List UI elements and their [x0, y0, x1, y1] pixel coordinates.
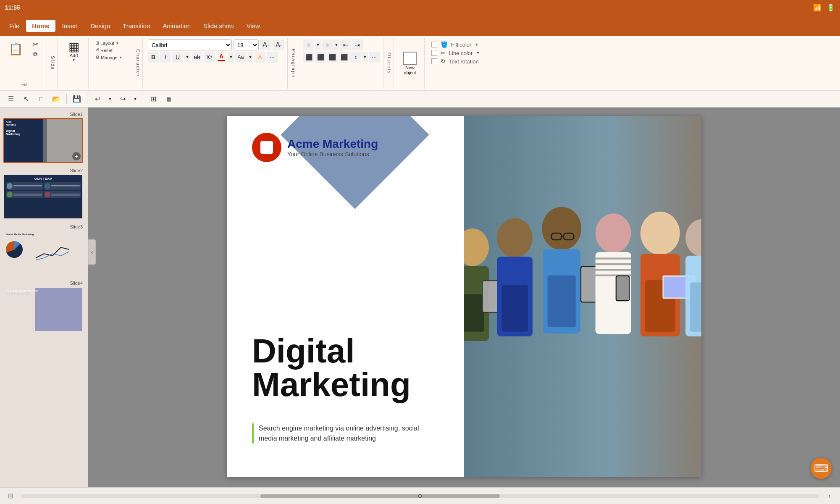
open-file-button[interactable]: 📂 [50, 93, 63, 105]
line-spacing-button[interactable]: ↕ [350, 52, 361, 63]
menu-home[interactable]: Home [26, 20, 55, 32]
save-button[interactable]: 💾 [70, 93, 84, 105]
character-section: Calibri 18 A+ A- B I U ▼ ab X2 A ▼ Aa ▼ … [144, 38, 288, 89]
paste-button[interactable]: 📋 [6, 42, 26, 57]
copy-button[interactable]: ⧉ [26, 50, 44, 59]
slide-4-title: INFLUENCER MARKETING [6, 289, 81, 292]
menu-design[interactable]: Design [84, 20, 116, 32]
underline-dropdown[interactable]: ▼ [184, 52, 190, 63]
time-display: 11:55 [5, 4, 20, 11]
reset-button[interactable]: ↺ Reset [93, 47, 115, 54]
font-color-button[interactable]: A [216, 52, 227, 63]
menu-transition[interactable]: Transition [117, 20, 156, 32]
pointer-button[interactable]: ↖ [19, 93, 33, 105]
character-label-text: Character [136, 49, 141, 77]
slide-item-3[interactable]: Slide3 Social Media Marketing [3, 224, 84, 276]
svg-rect-20 [596, 263, 631, 265]
slide-1-thumbnail[interactable]: AcmeMarketing DigitalMarketing + [3, 118, 83, 163]
line-color-dropdown[interactable]: ▼ [476, 51, 480, 55]
redo-button[interactable]: ↪ [116, 93, 129, 105]
paragraph-label-text: Paragraph [291, 49, 296, 78]
case-dropdown[interactable]: ▼ [247, 52, 253, 63]
case-button[interactable]: Aa [235, 52, 246, 63]
redo-dropdown[interactable]: ▼ [131, 93, 139, 105]
more-para-button[interactable]: ··· [369, 52, 380, 63]
align-left-button[interactable]: ⬛ [303, 52, 314, 63]
slide-logo: Acme Marketing Your Online Business Solu… [252, 133, 378, 162]
title-marketing: Marketing [252, 366, 411, 403]
slide-main-title[interactable]: Digital Marketing [252, 334, 411, 402]
slide-1-logo-text: AcmeMarketing [6, 121, 20, 126]
slide-description[interactable]: Search engine marketing via online adver… [252, 423, 420, 444]
team-name-4 [51, 194, 80, 194]
align-right-button[interactable]: ⬛ [327, 52, 338, 63]
menu-file[interactable]: File [3, 20, 25, 32]
menu-view[interactable]: View [241, 20, 266, 32]
paste-icon: 📋 [8, 43, 23, 55]
logo-inner-square [260, 141, 273, 154]
chat-fab-button[interactable]: ⌨ [811, 458, 832, 479]
svg-rect-3 [464, 294, 484, 331]
format-row: B I U ▼ ab X2 A ▼ Aa ▼ A ··· [148, 52, 284, 63]
prev-slide-button[interactable]: ‹ [823, 490, 836, 502]
slide-canvas[interactable]: Acme Marketing Your Online Business Solu… [227, 116, 701, 477]
cut-button[interactable]: ✂ [26, 39, 44, 49]
highlight-button[interactable]: A [255, 52, 265, 63]
slide-photo-area [464, 116, 701, 477]
increase-indent-button[interactable]: ⇥ [352, 39, 363, 50]
slide-indicator-button[interactable]: ○ [417, 491, 423, 501]
horizontal-scrollbar-thumb[interactable] [260, 494, 500, 498]
undo-dropdown[interactable]: ▼ [106, 93, 114, 105]
cut-copy-buttons: ✂ ⧉ [26, 39, 44, 59]
new-object-button[interactable]: New object [401, 49, 419, 78]
fill-color-dropdown[interactable]: ▼ [475, 42, 478, 47]
layout-button[interactable]: ⊞ Layout ▼ [93, 39, 122, 47]
view-toggle-button[interactable]: ⊞ [147, 93, 160, 105]
font-color-dropdown[interactable]: ▼ [228, 52, 234, 63]
align-center-button[interactable]: ⬛ [315, 52, 326, 63]
logo-circle [252, 133, 281, 162]
zoom-button[interactable]: ▦ [162, 93, 175, 105]
slide-3-thumbnail[interactable]: Social Media Marketing [3, 231, 83, 276]
bullet-list-button[interactable]: ≡ [303, 39, 314, 50]
quick-access-bar: ☰ ↖ □ 📂 💾 ↩ ▼ ↪ ▼ ⊞ ▦ [0, 91, 840, 108]
increase-font-button[interactable]: A+ [260, 39, 271, 50]
strikethrough-button[interactable]: ab [192, 52, 202, 63]
subscript-button[interactable]: X2 [204, 52, 215, 63]
paragraph-section: ≡ ▼ ≡ ▼ ⇤ ⇥ ⬛ ⬛ ⬛ ⬛ ↕ ▼ ··· [300, 38, 383, 89]
bold-button[interactable]: B [148, 52, 159, 63]
add-button[interactable]: ▦ Add ▼ [65, 39, 83, 64]
underline-button[interactable]: U [172, 52, 183, 63]
align-justify-button[interactable]: ⬛ [339, 52, 349, 63]
add-slide-1-button[interactable]: + [72, 152, 81, 160]
font-family-select[interactable]: Calibri [148, 39, 232, 50]
menu-animation[interactable]: Animation [157, 20, 197, 32]
slide-panel-toggle-button[interactable]: ⊟ [4, 490, 17, 502]
decrease-font-button[interactable]: A- [273, 39, 284, 50]
undo-button[interactable]: ↩ [91, 93, 104, 105]
font-color-a: A [219, 53, 223, 60]
slide-4-thumbnail[interactable]: INFLUENCER MARKETING Marketing through s… [3, 287, 83, 332]
slide-item-4[interactable]: Slide4 INFLUENCER MARKETING Marketing th… [3, 281, 84, 332]
numbered-dropdown[interactable]: ▼ [333, 39, 339, 50]
font-size-select[interactable]: 18 [234, 39, 259, 50]
slide-2-thumbnail[interactable]: OUR TEAM [3, 174, 83, 219]
italic-button[interactable]: I [160, 52, 171, 63]
slide-item-2[interactable]: Slide2 OUR TEAM [3, 168, 84, 219]
collapse-sidebar-button[interactable]: ‹ [88, 239, 96, 265]
manage-button[interactable]: ⚙ Manage ▼ [93, 54, 125, 61]
decrease-indent-button[interactable]: ⇤ [340, 39, 351, 50]
bullet-dropdown[interactable]: ▼ [315, 39, 321, 50]
numbered-list-button[interactable]: ≡ [322, 39, 333, 50]
team-avatar-4 [45, 192, 50, 197]
sidebar-toggle-button[interactable]: ☰ [4, 93, 18, 105]
menu-insert[interactable]: Insert [56, 20, 84, 32]
text-rotation-checkbox[interactable] [431, 58, 437, 64]
slide-item-1[interactable]: Slide1 AcmeMarketing DigitalMarketing + [3, 112, 84, 163]
shape-button[interactable]: □ [34, 93, 48, 105]
line-spacing-dropdown[interactable]: ▼ [362, 52, 368, 63]
line-color-checkbox[interactable] [431, 50, 437, 56]
menu-slideshow[interactable]: Slide show [197, 20, 240, 32]
more-format-button[interactable]: ··· [267, 52, 278, 63]
fill-color-checkbox[interactable] [431, 42, 437, 47]
